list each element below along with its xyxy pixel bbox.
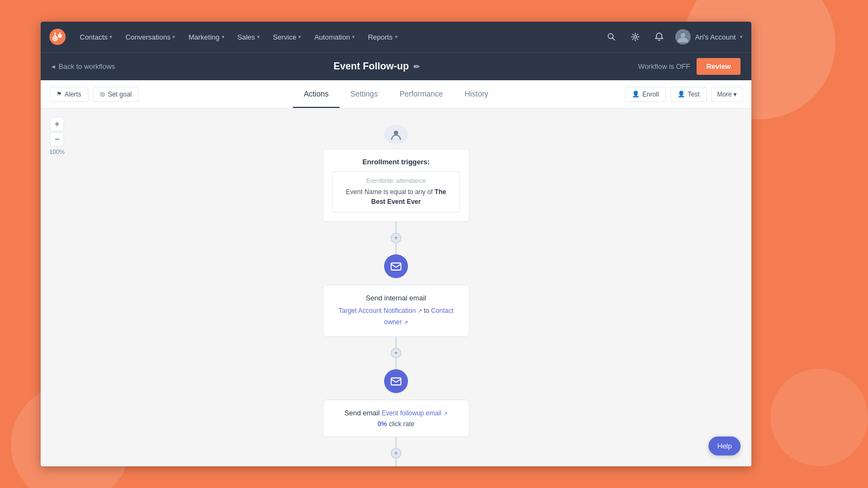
tab-actions[interactable]: Actions (293, 81, 340, 108)
toolbar-left: ⚑ Alerts ◎ Set goal (49, 87, 139, 102)
sub-header: ◂ Back to workflows Event Follow-up ✏ Wo… (41, 52, 751, 80)
more-button[interactable]: More ▾ (711, 87, 743, 102)
action-1-external-icon-1: ↗ (418, 308, 422, 314)
more-chevron-icon: ▾ (733, 91, 737, 98)
nav-items: Contacts ▾ Conversations ▾ Marketing ▾ S… (74, 30, 604, 44)
top-nav: Contacts ▾ Conversations ▾ Marketing ▾ S… (41, 22, 751, 52)
trigger-condition-box: Eventbrite: attendance Event Name is equ… (332, 171, 460, 213)
back-arrow-icon: ◂ (52, 62, 55, 70)
workflow-canvas: + − 100% Enrollment triggers: Eventbrite… (41, 108, 751, 466)
workflow-title-area: Event Follow-up ✏ (334, 61, 420, 72)
action-2-external-icon: ↗ (443, 410, 448, 416)
action-1-links: Target Account Notification ↗ to Contact… (332, 305, 460, 328)
account-menu[interactable]: Ari's Account ▾ (675, 29, 743, 44)
svg-point-5 (634, 36, 637, 38)
tab-list: Actions Settings Performance History (293, 81, 499, 108)
goal-icon: ◎ (100, 91, 105, 98)
connector-1: + (391, 222, 401, 254)
app-window: Contacts ▾ Conversations ▾ Marketing ▾ S… (41, 22, 751, 466)
svg-point-8 (394, 131, 398, 135)
add-step-button-1[interactable]: + (391, 233, 401, 243)
marketing-chevron-icon: ▾ (222, 34, 225, 40)
nav-automation[interactable]: Automation ▾ (309, 30, 360, 44)
svg-rect-10 (391, 378, 401, 385)
action-node-2[interactable]: Send email Event followup email ↗ 0% cli… (323, 400, 469, 437)
search-button[interactable] (604, 29, 619, 44)
nav-contacts[interactable]: Contacts ▾ (74, 30, 118, 44)
nav-service[interactable]: Service ▾ (267, 30, 307, 44)
enroll-button[interactable]: 👤 Enroll (625, 87, 666, 102)
workflow-title-text: Event Follow-up (334, 61, 409, 72)
contacts-chevron-icon: ▾ (110, 34, 112, 40)
back-to-workflows-link[interactable]: ◂ Back to workflows (52, 62, 115, 70)
svg-point-7 (681, 33, 685, 37)
set-goal-button[interactable]: ◎ Set goal (93, 87, 139, 102)
edit-title-icon[interactable]: ✏ (413, 62, 420, 71)
notifications-button[interactable] (652, 29, 667, 44)
action-2-title: Send email Event followup email ↗ (332, 409, 460, 417)
action-1-title: Send internal email (332, 294, 460, 302)
workflow-area: Enrollment triggers: Eventbrite: attenda… (41, 108, 751, 466)
account-chevron-icon: ▾ (740, 34, 743, 40)
svg-point-1 (59, 35, 61, 37)
user-avatar (675, 29, 691, 44)
action-2-stat-suffix: click rate (389, 420, 414, 428)
trigger-title: Enrollment triggers: (332, 158, 460, 166)
condition-source-text: Eventbrite: attendance (338, 177, 454, 184)
alerts-icon: ⚑ (56, 91, 62, 98)
tab-settings[interactable]: Settings (340, 81, 389, 108)
connector-3: + (391, 437, 401, 466)
toolbar-right: 👤 Enroll 👤 Test More ▾ (625, 87, 743, 102)
test-icon: 👤 (678, 91, 685, 98)
settings-button[interactable] (628, 29, 643, 44)
action-2-link[interactable]: Event followup email (381, 409, 441, 417)
action-2-stat-value: 0% (378, 420, 387, 428)
svg-rect-9 (391, 263, 401, 270)
review-button[interactable]: Review (697, 58, 741, 75)
sub-header-right: Workflow is OFF Review (638, 58, 741, 75)
action-node-1[interactable]: Send internal email Target Account Notif… (323, 285, 469, 337)
account-name: Ari's Account (695, 33, 736, 41)
action-node-2-wrapper: Send email Event followup email ↗ 0% cli… (323, 369, 469, 437)
alerts-button[interactable]: ⚑ Alerts (49, 87, 88, 102)
action-1-link1[interactable]: Target Account Notification (339, 307, 416, 314)
nav-reports[interactable]: Reports ▾ (362, 30, 403, 44)
reports-chevron-icon: ▾ (395, 34, 398, 40)
toolbar: ⚑ Alerts ◎ Set goal Actions Settings Per… (41, 80, 751, 108)
nav-marketing[interactable]: Marketing ▾ (183, 30, 229, 44)
add-step-button-2[interactable]: + (391, 348, 401, 358)
hubspot-logo[interactable] (49, 29, 66, 45)
svg-point-2 (54, 37, 56, 40)
automation-chevron-icon: ▾ (352, 34, 355, 40)
service-chevron-icon: ▾ (298, 34, 301, 40)
tab-history[interactable]: History (454, 81, 500, 108)
help-button[interactable]: Help (709, 436, 741, 455)
enroll-icon: 👤 (632, 91, 640, 98)
workflow-status-text: Workflow is OFF (638, 62, 690, 70)
conversations-chevron-icon: ▾ (173, 34, 175, 40)
nav-conversations[interactable]: Conversations ▾ (120, 30, 181, 44)
connector-2: + (391, 337, 401, 369)
action-1-external-icon-2: ↗ (404, 319, 408, 325)
svg-line-4 (612, 38, 615, 40)
test-button[interactable]: 👤 Test (671, 87, 707, 102)
sales-chevron-icon: ▾ (257, 34, 260, 40)
nav-right: Ari's Account ▾ (604, 29, 743, 44)
action-node-1-wrapper: Send internal email Target Account Notif… (323, 254, 469, 337)
action-2-icon-wrap (384, 369, 408, 393)
trigger-node-icon (384, 125, 408, 144)
action-1-icon-wrap (384, 254, 408, 278)
condition-detail-text: Event Name is equal to any of The Best E… (338, 187, 454, 207)
nav-sales[interactable]: Sales ▾ (232, 30, 266, 44)
add-step-button-3[interactable]: + (391, 448, 401, 459)
svg-point-0 (49, 29, 66, 45)
tab-performance[interactable]: Performance (388, 81, 454, 108)
action-2-stat: 0% click rate (332, 420, 460, 428)
enrollment-trigger-node[interactable]: Enrollment triggers: Eventbrite: attenda… (323, 149, 469, 222)
